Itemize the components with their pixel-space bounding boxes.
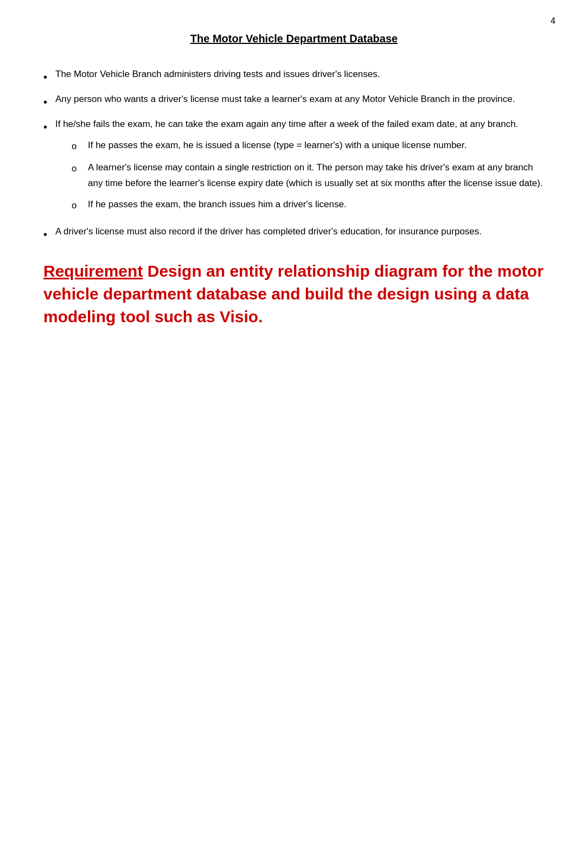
corner-mark: 4	[551, 16, 555, 26]
list-item: • The Motor Vehicle Branch administers d…	[43, 67, 545, 86]
sub-bullet-dot: o	[72, 198, 88, 214]
list-item: • A driver's license must also record if…	[43, 224, 545, 244]
bullet-text: The Motor Vehicle Branch administers dri…	[55, 67, 545, 82]
sub-bullet-dot: o	[72, 161, 88, 177]
main-bullet-list: • The Motor Vehicle Branch administers d…	[43, 67, 545, 244]
list-item: o A learner's license may contain a sing…	[72, 160, 545, 192]
requirement-section: Requirement Design an entity relationshi…	[43, 260, 545, 328]
bullet-text-container: If he/she fails the exam, he can take th…	[55, 117, 545, 219]
list-item: o If he passes the exam, the branch issu…	[72, 197, 545, 214]
sub-bullet-text: A learner's license may contain a single…	[88, 160, 545, 192]
bullet-dot: •	[43, 68, 55, 86]
sub-bullet-dot: o	[72, 139, 88, 155]
bullet-text: A driver's license must also record if t…	[55, 224, 545, 240]
bullet-dot: •	[43, 93, 55, 111]
bullet-dot: •	[43, 225, 55, 244]
list-item: o If he passes the exam, he is issued a …	[72, 138, 545, 155]
bullet-dot: •	[43, 118, 55, 136]
bullet-text: Any person who wants a driver's license …	[55, 92, 545, 107]
list-item: • Any person who wants a driver's licens…	[43, 92, 545, 111]
sub-bullet-list: o If he passes the exam, he is issued a …	[72, 138, 545, 214]
list-item: • If he/she fails the exam, he can take …	[43, 117, 545, 219]
sub-bullet-text: If he passes the exam, the branch issues…	[88, 197, 545, 213]
page-title: The Motor Vehicle Department Database	[43, 33, 545, 45]
requirement-keyword: Requirement	[43, 262, 143, 280]
sub-bullet-text: If he passes the exam, he is issued a li…	[88, 138, 545, 154]
bullet-text: If he/she fails the exam, he can take th…	[55, 119, 518, 129]
